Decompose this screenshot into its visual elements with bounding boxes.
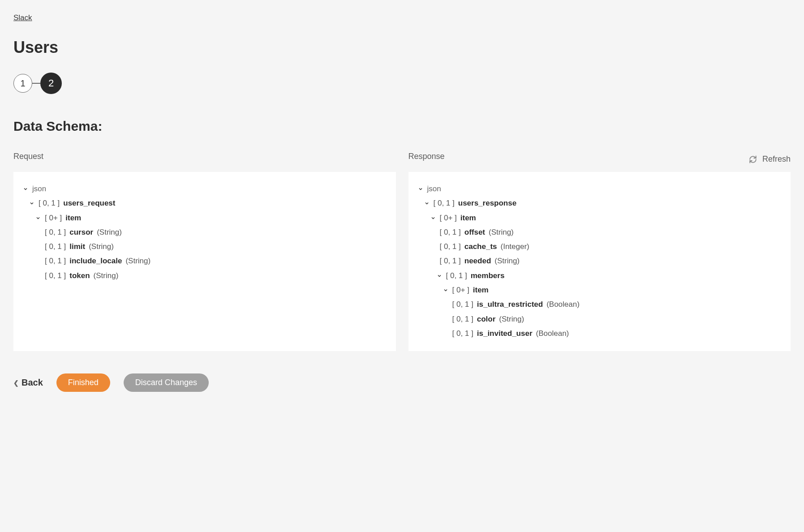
back-button[interactable]: ❮ Back <box>13 378 43 388</box>
cardinality: [ 0, 1 ] <box>452 297 473 312</box>
step-1[interactable]: 1 <box>13 74 32 93</box>
tree-row: [ 0, 1 ] cache_ts (Integer) <box>417 240 782 254</box>
tree-row[interactable]: [ 0, 1 ] members <box>417 269 782 283</box>
chevron-down-icon[interactable] <box>22 186 29 192</box>
tree-row: [ 0, 1 ] is_invited_user (Boolean) <box>417 326 782 341</box>
cardinality: [ 0+ ] <box>452 283 469 297</box>
cardinality: [ 0+ ] <box>440 211 457 225</box>
cardinality: [ 0, 1 ] <box>446 269 467 283</box>
response-column-label: Response <box>408 152 445 161</box>
tree-row[interactable]: [ 0+ ] item <box>417 283 782 297</box>
cardinality: [ 0, 1 ] <box>45 254 66 268</box>
discard-button[interactable]: Discard Changes <box>124 373 209 392</box>
field-name: is_ultra_restricted <box>477 297 543 312</box>
response-column: json [ 0, 1 ] users_response[ 0+ ] item[… <box>408 172 791 351</box>
field-type: (String) <box>97 225 122 240</box>
field-name: item <box>473 283 489 297</box>
cardinality: [ 0, 1 ] <box>440 254 461 268</box>
chevron-down-icon[interactable] <box>436 273 443 279</box>
breadcrumb-link[interactable]: Slack <box>13 13 32 22</box>
field-name: offset <box>464 225 485 240</box>
chevron-down-icon[interactable] <box>430 215 436 221</box>
request-tree: json [ 0, 1 ] users_request[ 0+ ] item[ … <box>22 182 387 283</box>
refresh-button[interactable]: Refresh <box>749 154 791 164</box>
field-name: item <box>460 211 476 225</box>
field-name: is_invited_user <box>477 326 533 341</box>
cardinality: [ 0, 1 ] <box>440 240 461 254</box>
tree-row: [ 0, 1 ] limit (String) <box>22 240 387 254</box>
field-name: color <box>477 312 496 326</box>
tree-row: [ 0, 1 ] token (String) <box>22 269 387 283</box>
tree-row[interactable]: [ 0, 1 ] users_request <box>22 196 387 210</box>
field-name: needed <box>464 254 491 268</box>
cardinality: [ 0+ ] <box>45 211 62 225</box>
tree-row: [ 0, 1 ] color (String) <box>417 312 782 326</box>
page-title: Users <box>13 38 791 57</box>
chevron-down-icon[interactable] <box>443 287 449 293</box>
field-name: cursor <box>69 225 93 240</box>
field-name: limit <box>69 240 85 254</box>
field-type: (String) <box>89 240 114 254</box>
cardinality: [ 0, 1 ] <box>434 196 455 210</box>
field-name: members <box>471 269 505 283</box>
request-column-label: Request <box>13 152 396 161</box>
step-connector <box>32 83 40 84</box>
field-name: item <box>65 211 81 225</box>
chevron-down-icon[interactable] <box>417 186 424 192</box>
refresh-label: Refresh <box>762 154 791 164</box>
field-type: (String) <box>489 225 514 240</box>
step-2[interactable]: 2 <box>40 73 62 94</box>
stepper: 1 2 <box>13 73 791 94</box>
footer: ❮ Back Finished Discard Changes <box>13 373 791 392</box>
chevron-left-icon: ❮ <box>13 379 19 386</box>
response-schema-panel: json [ 0, 1 ] users_response[ 0+ ] item[… <box>408 172 791 351</box>
request-column: json [ 0, 1 ] users_request[ 0+ ] item[ … <box>13 172 396 351</box>
field-name: users_response <box>458 196 516 210</box>
tree-row: [ 0, 1 ] offset (String) <box>417 225 782 240</box>
tree-row: [ 0, 1 ] include_locale (String) <box>22 254 387 268</box>
tree-row: [ 0, 1 ] needed (String) <box>417 254 782 268</box>
cardinality: [ 0, 1 ] <box>440 225 461 240</box>
chevron-down-icon[interactable] <box>424 200 430 206</box>
field-type: (String) <box>94 269 119 283</box>
field-name: token <box>69 269 90 283</box>
cardinality: [ 0, 1 ] <box>45 240 66 254</box>
tree-row: [ 0, 1 ] cursor (String) <box>22 225 387 240</box>
field-type: (Boolean) <box>536 326 569 341</box>
field-name: include_locale <box>69 254 122 268</box>
tree-row[interactable]: [ 0+ ] item <box>22 211 387 225</box>
chevron-down-icon[interactable] <box>29 200 35 206</box>
cardinality: [ 0, 1 ] <box>452 312 473 326</box>
field-name: users_request <box>63 196 115 210</box>
tree-row[interactable]: [ 0+ ] item <box>417 211 782 225</box>
field-type: (String) <box>125 254 150 268</box>
finished-button[interactable]: Finished <box>56 373 110 392</box>
field-name: cache_ts <box>464 240 497 254</box>
cardinality: [ 0, 1 ] <box>452 326 473 341</box>
cardinality: [ 0, 1 ] <box>39 196 60 210</box>
tree-root[interactable]: json <box>417 182 782 196</box>
response-tree: json [ 0, 1 ] users_response[ 0+ ] item[… <box>417 182 782 341</box>
cardinality: [ 0, 1 ] <box>45 269 66 283</box>
refresh-icon <box>749 155 757 163</box>
tree-row: [ 0, 1 ] is_ultra_restricted (Boolean) <box>417 297 782 312</box>
chevron-down-icon[interactable] <box>35 215 41 221</box>
field-type: (Boolean) <box>546 297 580 312</box>
request-schema-panel: json [ 0, 1 ] users_request[ 0+ ] item[ … <box>13 172 396 351</box>
field-type: (String) <box>499 312 524 326</box>
field-type: (Integer) <box>501 240 529 254</box>
section-title: Data Schema: <box>13 119 791 134</box>
tree-root[interactable]: json <box>22 182 387 196</box>
cardinality: [ 0, 1 ] <box>45 225 66 240</box>
field-type: (String) <box>494 254 520 268</box>
tree-row[interactable]: [ 0, 1 ] users_response <box>417 196 782 210</box>
